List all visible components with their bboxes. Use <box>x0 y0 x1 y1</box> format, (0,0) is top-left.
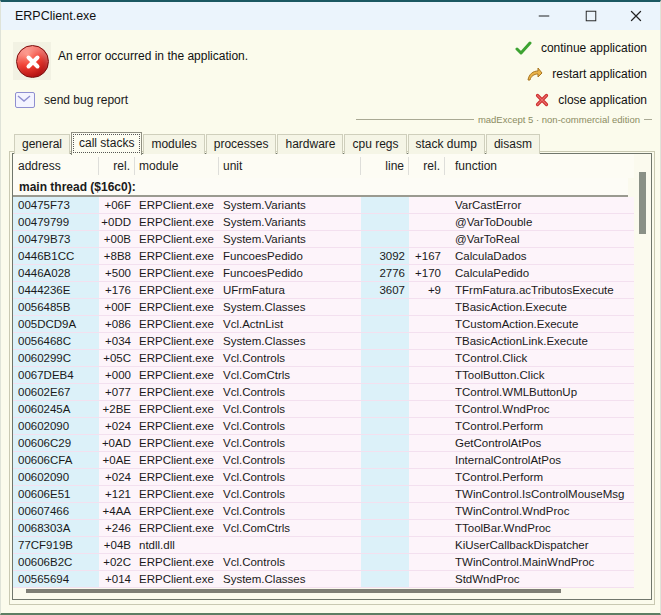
divider-line <box>644 119 652 120</box>
table-row[interactable]: 0056485B +00F ERPClient.exe System.Class… <box>13 299 634 316</box>
table-row[interactable]: 00606CFA +0AE ERPClient.exe Vcl.Controls… <box>13 452 634 469</box>
cell-rel: +024 <box>99 469 135 485</box>
cell-unit: System.Variants <box>219 214 361 230</box>
column-header-rel[interactable]: rel. <box>99 157 135 175</box>
table-row[interactable]: 00602090 +024 ERPClient.exe Vcl.Controls… <box>13 418 634 435</box>
red-x-icon <box>535 93 549 107</box>
table-row[interactable]: 0446B1CC +8B8 ERPClient.exe FuncoesPedid… <box>13 248 634 265</box>
tab-strip: general call stacks modules processes ha… <box>14 131 541 154</box>
cell-function: GetControlAtPos <box>445 435 634 451</box>
cell-line-rel <box>409 367 445 383</box>
tab-processes[interactable]: processes <box>206 134 277 154</box>
table-row[interactable]: 0444236E +176 ERPClient.exe UFrmFatura 3… <box>13 282 634 299</box>
maximize-icon <box>586 11 597 22</box>
close-application-label: close application <box>558 93 647 107</box>
table-row[interactable]: 00479B73 +00B ERPClient.exe System.Varia… <box>13 231 634 248</box>
tab-hardware[interactable]: hardware <box>277 134 343 154</box>
cell-line-rel <box>409 401 445 417</box>
cell-module: ERPClient.exe <box>135 554 219 570</box>
cell-unit: Vcl.Controls <box>219 435 361 451</box>
cell-function: TFrmFatura.acTributosExecute <box>445 282 634 298</box>
cell-unit: System.Variants <box>219 231 361 247</box>
cell-address: 00602090 <box>13 469 99 485</box>
cell-rel: +176 <box>99 282 135 298</box>
tab-cpu-regs[interactable]: cpu regs <box>344 134 406 154</box>
cell-line <box>361 214 409 230</box>
cell-rel: +246 <box>99 520 135 536</box>
continue-application-label: continue application <box>541 41 647 55</box>
table-row[interactable]: 005DCD9A +086 ERPClient.exe Vcl.ActnList… <box>13 316 634 333</box>
table-row[interactable]: 00606B2C +02C ERPClient.exe Vcl.Controls… <box>13 554 634 571</box>
column-header-rel2[interactable]: rel. <box>409 157 445 175</box>
table-row[interactable]: 00565694 +014 ERPClient.exe System.Class… <box>13 571 634 588</box>
table-row[interactable]: 0060299C +05C ERPClient.exe Vcl.Controls… <box>13 350 634 367</box>
tab-modules[interactable]: modules <box>143 134 204 154</box>
table-row[interactable]: 00606E51 +121 ERPClient.exe Vcl.Controls… <box>13 486 634 503</box>
table-row[interactable]: 00479799 +0DD ERPClient.exe System.Varia… <box>13 214 634 231</box>
maximize-button[interactable] <box>578 2 604 30</box>
column-header-unit[interactable]: unit <box>219 157 361 175</box>
thread-header: main thread ($16c0): <box>13 178 628 197</box>
error-message: An error occurred in the application. <box>58 49 248 63</box>
table-row[interactable]: 0068303A +246 ERPClient.exe Vcl.ComCtrls… <box>13 520 634 537</box>
cell-rel: +0AD <box>99 435 135 451</box>
column-header-line[interactable]: line <box>361 157 409 175</box>
cell-unit: FuncoesPedido <box>219 248 361 264</box>
cell-rel: +8B8 <box>99 248 135 264</box>
tab-stack-dump[interactable]: stack dump <box>408 134 485 154</box>
error-circle-icon <box>16 45 49 78</box>
table-row[interactable]: 00602090 +024 ERPClient.exe Vcl.Controls… <box>13 469 634 486</box>
cell-module: ERPClient.exe <box>135 333 219 349</box>
cell-function: TBasicActionLink.Execute <box>445 333 634 349</box>
cell-module: ERPClient.exe <box>135 367 219 383</box>
cell-module: ERPClient.exe <box>135 350 219 366</box>
cell-line-rel <box>409 486 445 502</box>
tab-disasm[interactable]: disasm <box>486 134 540 154</box>
error-x-icon <box>24 53 41 70</box>
cell-rel: +4AA <box>99 503 135 519</box>
error-icon <box>13 42 51 80</box>
cell-unit <box>219 537 361 553</box>
cell-function: TControl.Perform <box>445 469 634 485</box>
window-close-button[interactable] <box>623 2 649 30</box>
title-bar[interactable]: ERPClient.exe <box>1 2 660 30</box>
table-row[interactable]: 0446A028 +500 ERPClient.exe FuncoesPedid… <box>13 265 634 282</box>
cell-unit: FuncoesPedido <box>219 265 361 281</box>
cell-line <box>361 520 409 536</box>
vertical-scrollbar-thumb[interactable] <box>639 172 646 234</box>
table-row[interactable]: 00606C29 +0AD ERPClient.exe Vcl.Controls… <box>13 435 634 452</box>
table-row[interactable]: 0056468C +034 ERPClient.exe System.Class… <box>13 333 634 350</box>
continue-application-button[interactable]: continue application <box>515 41 647 55</box>
cell-module: ERPClient.exe <box>135 384 219 400</box>
column-header-module[interactable]: module <box>135 157 219 175</box>
cell-module: ERPClient.exe <box>135 231 219 247</box>
cell-module: ERPClient.exe <box>135 248 219 264</box>
tab-call-stacks[interactable]: call stacks <box>71 132 142 155</box>
cell-function: TBasicAction.Execute <box>445 299 634 315</box>
table-row[interactable]: 00607466 +4AA ERPClient.exe Vcl.Controls… <box>13 503 634 520</box>
cell-module: ERPClient.exe <box>135 571 219 587</box>
cell-function: TWinControl.WndProc <box>445 503 634 519</box>
minimize-button[interactable] <box>531 2 557 30</box>
close-application-button[interactable]: close application <box>535 93 647 107</box>
cell-unit: Vcl.Controls <box>219 554 361 570</box>
cell-unit: Vcl.Controls <box>219 384 361 400</box>
cell-address: 0060299C <box>13 350 99 366</box>
cell-address: 00479799 <box>13 214 99 230</box>
cell-line-rel <box>409 503 445 519</box>
table-row[interactable]: 00475F73 +06F ERPClient.exe System.Varia… <box>13 197 634 214</box>
table-row[interactable]: 0067DEB4 +000 ERPClient.exe Vcl.ComCtrls… <box>13 367 634 384</box>
restart-application-button[interactable]: restart application <box>527 67 647 81</box>
cell-function: TControl.Perform <box>445 418 634 434</box>
table-row[interactable]: 00602E67 +077 ERPClient.exe Vcl.Controls… <box>13 384 634 401</box>
column-header-address[interactable]: address <box>13 157 99 175</box>
cell-line-rel <box>409 418 445 434</box>
cell-address: 0446B1CC <box>13 248 99 264</box>
column-header-function[interactable]: function <box>445 157 634 175</box>
cell-address: 00606C29 <box>13 435 99 451</box>
table-row[interactable]: 77CF919B +04B ntdll.dll KiUserCallbackDi… <box>13 537 634 554</box>
table-row[interactable]: 0060245A +2BE ERPClient.exe Vcl.Controls… <box>13 401 634 418</box>
tab-general[interactable]: general <box>14 134 70 154</box>
cell-unit: System.Variants <box>219 197 361 213</box>
send-bug-report-button[interactable]: send bug report <box>15 92 128 108</box>
